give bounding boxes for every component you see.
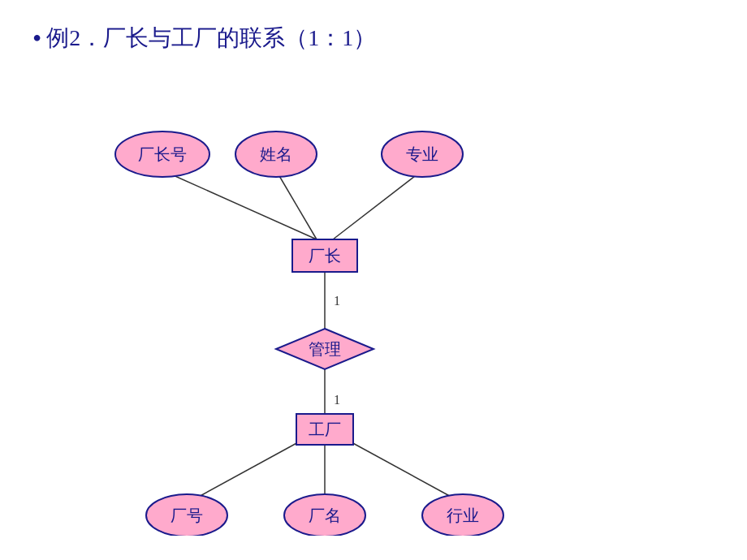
- line-hangye: [341, 437, 463, 503]
- node-changname-label: 厂名: [309, 506, 341, 524]
- cardinality-bottom: 1: [334, 393, 340, 407]
- line-xingming: [276, 170, 317, 239]
- line-zhuanye: [333, 170, 422, 239]
- cardinality-top: 1: [334, 294, 340, 308]
- node-changno-label: 厂号: [171, 506, 203, 524]
- title-text: 例2．厂长与工厂的联系（1：1）: [46, 23, 376, 54]
- node-zhuanye-label: 专业: [406, 145, 438, 163]
- line-changno: [187, 437, 309, 503]
- er-diagram: 1 1 厂长号 姓名 专业 厂长 管理 工厂 厂号 厂名 行业: [81, 81, 650, 536]
- title-area: • 例2．厂长与工厂的联系（1：1）: [32, 23, 376, 54]
- node-relationship-label: 管理: [309, 340, 341, 358]
- line-changzhanghao: [162, 170, 317, 239]
- node-factory-label: 工厂: [309, 420, 341, 438]
- bullet: •: [32, 24, 41, 54]
- node-xingming-label: 姓名: [260, 145, 292, 163]
- node-hangye-label: 行业: [447, 506, 479, 524]
- node-changzhanghao-label: 厂长号: [138, 145, 187, 163]
- node-factory-manager-label: 厂长: [309, 247, 341, 265]
